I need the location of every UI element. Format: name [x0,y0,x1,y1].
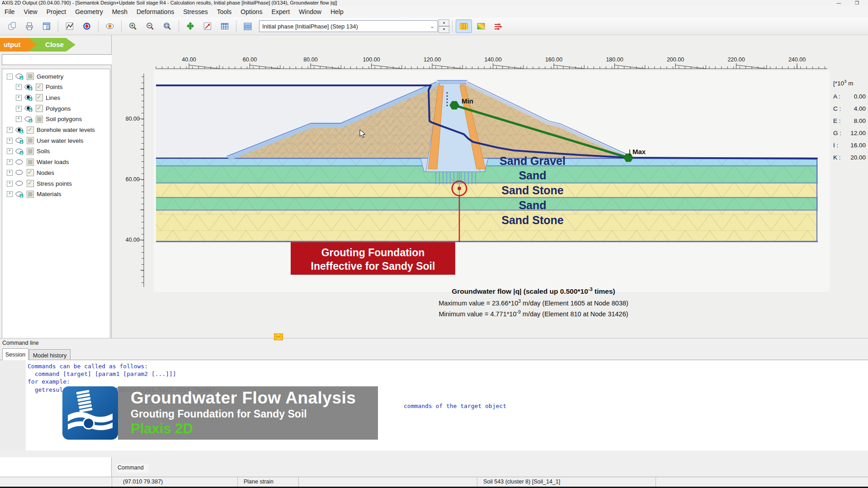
eye-icon[interactable] [15,148,24,155]
tree-item-soil-polygons[interactable]: +Soil polygons [16,114,82,124]
tree-item-borehole-water-levels[interactable]: +Borehole water levels [7,125,95,135]
eye-icon[interactable] [15,127,24,133]
menu-options[interactable]: Options [236,8,267,15]
flownet-icon[interactable] [456,19,472,33]
eye-icon[interactable] [15,137,24,144]
tree-checkbox[interactable] [36,94,43,101]
phases-icon[interactable] [240,19,256,33]
tree-expander[interactable]: + [16,84,22,90]
tree-expander[interactable]: + [7,191,13,197]
window-controls[interactable]: — ❐ [836,0,865,6]
tree-item-water-loads[interactable]: +Water loads [7,157,69,167]
tree-item-soils[interactable]: +Soils [7,146,50,156]
flow-arrows-icon[interactable] [490,19,506,33]
tree-expander[interactable]: + [16,95,22,101]
report-icon[interactable] [38,19,55,33]
zoom-out-icon[interactable] [142,19,158,33]
menu-stresses[interactable]: Stresses [179,8,212,15]
tree-checkbox[interactable] [27,148,34,155]
menu-file[interactable]: File [0,8,19,15]
eye-icon[interactable] [15,73,24,80]
copy-icon[interactable] [4,19,20,33]
status-bar: (97.010 79.387) Plane strain Soil 543 (c… [0,477,868,487]
tree-checkbox[interactable] [27,137,34,144]
eye-icon[interactable] [24,116,33,122]
eye-icon[interactable] [15,169,24,176]
alert-line-1: Grouting Foundation [291,246,455,259]
tree-checkbox[interactable] [27,169,34,176]
tree-expander[interactable]: + [7,170,13,176]
menu-geometry[interactable]: Geometry [71,8,107,15]
tree-expander[interactable]: - [7,74,13,80]
tree-checkbox[interactable] [27,73,34,80]
menu-help[interactable]: Help [326,8,348,15]
tree-item-user-water-levels[interactable]: +User water levels [7,136,84,145]
menu-deformations[interactable]: Deformations [132,8,179,15]
eye-icon[interactable] [24,84,33,90]
cross-section-icon[interactable] [79,19,95,33]
phase-selector[interactable]: Initial phase [InitialPhase] (Step 134)⌄ [259,20,438,32]
tree-checkbox[interactable] [36,105,43,112]
tree-expander[interactable]: + [16,116,22,122]
window-title: AXIS 2D Output (20.04.00.790) - [Semanto… [2,0,337,5]
tree-item-materials[interactable]: +Materials [7,189,61,199]
table-icon[interactable] [217,19,233,33]
tree-expander[interactable]: + [7,148,13,154]
eye-icon[interactable] [24,105,33,112]
print-icon[interactable] [21,19,38,33]
menu-view[interactable]: View [19,8,42,15]
shadings-icon[interactable] [473,19,489,33]
explorer-search-input[interactable] [2,54,112,65]
eye-icon[interactable] [15,180,24,187]
legend-value: 16.00 [846,139,866,151]
curves-icon[interactable] [61,19,78,33]
legend-value: 12.00 [846,127,866,139]
svg-text:140.00: 140.00 [484,56,501,63]
tree-item-polygons[interactable]: +Polygons [16,103,71,113]
tree-item-label: Borehole water levels [37,127,95,133]
menu-mesh[interactable]: Mesh [108,8,132,15]
tree-checkbox[interactable] [36,84,43,91]
zoom-rect-icon[interactable] [159,19,175,33]
tree-item-points[interactable]: +Points [16,82,63,92]
toolbar-separator [179,20,179,32]
tree-item-geometry[interactable]: -Geometry [7,71,63,81]
soil-label-sand-stone-1: Sand Stone [501,184,564,197]
tree-expander[interactable]: + [7,159,13,165]
tree-checkbox[interactable] [27,127,34,134]
tree-checkbox[interactable] [27,180,34,187]
eye-icon[interactable] [15,191,24,197]
menu-tools[interactable]: Tools [212,8,236,15]
tree-expander[interactable]: + [7,127,13,133]
legend-letter: K : [833,151,846,164]
spinner-up-icon[interactable]: ▲ [439,19,449,26]
menu-expert[interactable]: Expert [267,8,294,15]
tree-item-lines[interactable]: +Lines [16,93,60,103]
tree-checkbox[interactable] [27,159,34,166]
tree-expander[interactable]: + [7,181,13,187]
eye-icon[interactable] [15,159,24,165]
tree-checkbox[interactable] [27,191,34,198]
tree-checkbox[interactable] [36,116,43,123]
zoom-in-icon[interactable] [125,19,141,33]
visibility-icon[interactable] [102,19,118,33]
eye-icon[interactable] [24,94,33,101]
x-ruler-ticks [156,63,825,69]
menu-window[interactable]: Window [294,8,326,15]
tree-item-label: Stress points [37,180,72,187]
tree-item-stress-points[interactable]: +Stress points [7,178,72,188]
phase-spinner[interactable]: ▲▼ [439,19,449,33]
menu-project[interactable]: Project [42,8,71,15]
svg-text:40.00: 40.00 [126,237,140,243]
overlay-brand: Plaxis 2D [131,421,378,437]
command-panel-title: Command line [2,340,39,346]
measure-icon[interactable] [199,19,216,33]
pan-icon[interactable] [182,19,198,33]
tree-expander[interactable]: + [7,138,13,144]
tab-session[interactable]: Session [2,348,28,360]
legend-letter: I : [833,139,846,151]
tree-item-nodes[interactable]: +Nodes [7,168,54,178]
spinner-down-icon[interactable]: ▼ [439,26,449,33]
legend-letter: G : [833,127,846,139]
tree-expander[interactable]: + [16,106,22,112]
